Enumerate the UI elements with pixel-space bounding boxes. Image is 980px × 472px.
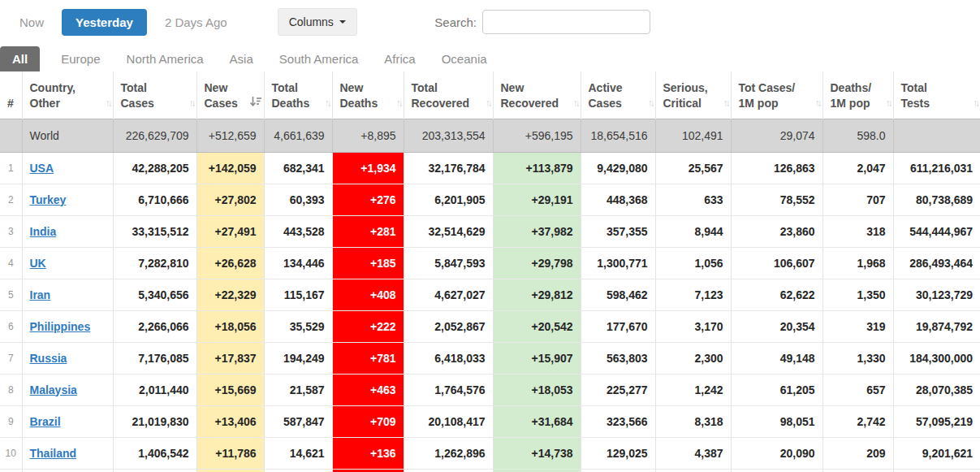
header-new-recovered-line1: New bbox=[501, 81, 525, 94]
tab-asia[interactable]: Asia bbox=[220, 46, 263, 71]
serious-critical-cell bbox=[655, 469, 731, 472]
total-tests-cell: 544,444,967 bbox=[893, 215, 980, 247]
header-total-deaths[interactable]: Total Deaths ↑↓ bbox=[264, 71, 332, 119]
header-total-deaths-line2: Deaths bbox=[272, 97, 310, 110]
rank-cell: 8 bbox=[0, 374, 22, 405]
chevron-down-icon bbox=[339, 20, 346, 24]
new-recovered-cell: +113,879 bbox=[493, 152, 581, 184]
tab-europe[interactable]: Europe bbox=[51, 46, 110, 71]
header-new-cases[interactable]: New Cases bbox=[196, 71, 264, 119]
country-link[interactable]: Thailand bbox=[30, 447, 77, 460]
world-new-recovered: +596,195 bbox=[493, 119, 581, 152]
cases-per-1m-cell: 106,607 bbox=[731, 247, 822, 279]
covid-table-page: Now Yesterday 2 Days Ago Columns Search:… bbox=[0, 0, 980, 472]
cases-per-1m-cell: 126,863 bbox=[731, 152, 822, 184]
serious-critical-cell: 1,242 bbox=[655, 374, 731, 405]
country-link[interactable]: Malaysia bbox=[30, 383, 77, 396]
country-link[interactable]: Iran bbox=[30, 288, 51, 301]
country-link[interactable]: Brazil bbox=[30, 415, 61, 428]
country-link[interactable]: India bbox=[30, 225, 57, 238]
country-link[interactable]: USA bbox=[30, 162, 54, 175]
header-total-cases[interactable]: Total Cases ↑↓ bbox=[113, 71, 196, 119]
total-recovered-cell: 20,108,417 bbox=[404, 405, 493, 437]
cases-per-1m-cell: 78,552 bbox=[731, 184, 822, 215]
header-active-cases[interactable]: Active Cases ↑↓ bbox=[581, 71, 655, 119]
tab-africa[interactable]: Africa bbox=[374, 46, 425, 71]
header-new-deaths-line1: New bbox=[340, 81, 364, 94]
header-new-deaths[interactable]: New Deaths ↑↓ bbox=[332, 71, 404, 119]
header-country-line1: Country, bbox=[30, 81, 76, 94]
now-button[interactable]: Now bbox=[11, 10, 52, 35]
country-link[interactable]: Russia bbox=[30, 352, 67, 365]
yesterday-button[interactable]: Yesterday bbox=[62, 9, 147, 36]
new-deaths-cell: +276 bbox=[332, 184, 404, 215]
sort-icon: ↑↓ bbox=[486, 97, 490, 110]
total-recovered-cell: 1,764,576 bbox=[404, 374, 493, 405]
country-link[interactable]: Philippines bbox=[30, 320, 91, 333]
header-cases-per-1m[interactable]: Tot Cases/ 1M pop ↑↓ bbox=[731, 71, 822, 119]
header-country[interactable]: Country, Other ↑↓ bbox=[22, 71, 113, 119]
rank-cell: 4 bbox=[0, 247, 22, 279]
world-active-cases: 18,654,516 bbox=[581, 119, 655, 152]
header-new-recovered[interactable]: New Recovered ↑↓ bbox=[493, 71, 581, 119]
cases-per-1m-cell: 23,860 bbox=[731, 215, 822, 247]
total-deaths-cell: 60,393 bbox=[264, 184, 332, 215]
deaths-per-1m-cell: 2,047 bbox=[822, 152, 893, 184]
header-deaths-per-1m[interactable]: Deaths/ 1M pop ↑↓ bbox=[822, 71, 893, 119]
country-cell: Philippines bbox=[22, 310, 113, 342]
serious-critical-cell: 1,056 bbox=[655, 247, 731, 279]
new-recovered-cell: +20,542 bbox=[493, 310, 581, 342]
new-deaths-cell: +709 bbox=[332, 405, 404, 437]
active-cases-cell: 225,277 bbox=[581, 374, 655, 405]
active-cases-cell: 9,429,080 bbox=[581, 152, 655, 184]
deaths-per-1m-cell: 209 bbox=[822, 437, 893, 469]
serious-critical-cell: 7,123 bbox=[655, 279, 731, 310]
cases-per-1m-cell: 98,051 bbox=[731, 405, 822, 437]
total-tests-cell: 19,874,792 bbox=[893, 310, 980, 342]
table-body: World 226,629,709 +512,659 4,661,639 +8,… bbox=[0, 119, 980, 472]
table-row: 4 UK 7,282,810 +26,628 134,446 +185 5,84… bbox=[0, 247, 980, 279]
country-cell: Iran bbox=[22, 279, 113, 310]
new-cases-cell: +17,837 bbox=[196, 342, 264, 374]
tab-north-america[interactable]: North America bbox=[117, 46, 214, 71]
sort-descending-icon bbox=[250, 96, 261, 111]
header-total-recovered[interactable]: Total Recovered ↑↓ bbox=[404, 71, 493, 119]
new-cases-cell: +15,669 bbox=[196, 374, 264, 405]
two-days-ago-button[interactable]: 2 Days Ago bbox=[157, 10, 235, 35]
header-rank-label: # bbox=[7, 97, 14, 110]
rank-cell: 2 bbox=[0, 184, 22, 215]
total-recovered-cell: 32,176,784 bbox=[404, 152, 493, 184]
country-link[interactable]: Turkey bbox=[30, 193, 67, 206]
total-recovered-cell: 4,627,027 bbox=[404, 279, 493, 310]
total-cases-cell: 21,019,830 bbox=[113, 405, 196, 437]
tab-oceania[interactable]: Oceania bbox=[432, 46, 497, 71]
total-deaths-cell: 443,528 bbox=[264, 215, 332, 247]
header-rank: # bbox=[0, 71, 22, 119]
columns-dropdown-button[interactable]: Columns bbox=[278, 8, 357, 36]
table-row: 7 Russia 7,176,085 +17,837 194,249 +781 … bbox=[0, 342, 980, 374]
continent-tabs: All Europe North America Asia South Amer… bbox=[0, 45, 980, 71]
new-deaths-cell: +136 bbox=[332, 437, 404, 469]
sort-icon: ↑↓ bbox=[815, 97, 820, 110]
active-cases-cell: 563,803 bbox=[581, 342, 655, 374]
header-total-tests[interactable]: Total Tests ↑↓ bbox=[893, 71, 980, 119]
country-link[interactable]: UK bbox=[30, 257, 46, 270]
total-cases-cell: 33,315,512 bbox=[113, 215, 196, 247]
tab-all[interactable]: All bbox=[0, 46, 40, 71]
header-total-cases-line2: Cases bbox=[121, 97, 154, 110]
total-deaths-cell: 682,341 bbox=[264, 152, 332, 184]
new-cases-cell: +142,059 bbox=[196, 152, 264, 184]
world-cases-per-1m: 29,074 bbox=[731, 119, 822, 152]
deaths-per-1m-cell: 657 bbox=[822, 374, 893, 405]
header-serious-critical[interactable]: Serious, Critical ↑↓ bbox=[655, 71, 731, 119]
new-recovered-cell: +29,191 bbox=[493, 184, 581, 215]
total-recovered-cell: 6,418,033 bbox=[404, 342, 493, 374]
sort-icon: ↑↓ bbox=[648, 97, 653, 110]
total-tests-cell: 184,300,000 bbox=[893, 342, 980, 374]
tab-south-america[interactable]: South America bbox=[270, 46, 369, 71]
world-total-recovered: 203,313,554 bbox=[404, 119, 493, 152]
rank-cell bbox=[0, 469, 22, 472]
header-total-recovered-line2: Recovered bbox=[412, 97, 470, 110]
search-input[interactable] bbox=[482, 10, 650, 34]
new-cases-cell: +27,491 bbox=[196, 215, 264, 247]
